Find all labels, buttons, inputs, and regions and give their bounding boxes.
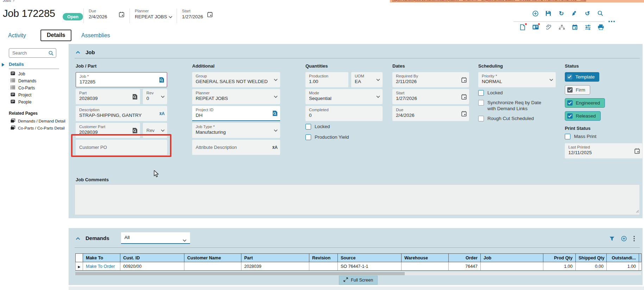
- checkbox-icon[interactable]: [305, 134, 311, 140]
- col-job[interactable]: Job: [481, 254, 543, 262]
- horizontal-scrollbar[interactable]: [75, 272, 641, 275]
- breadcrumb-jobs-link[interactable]: Jobs: [3, 0, 11, 2]
- col-revision[interactable]: Revision: [309, 254, 338, 262]
- resize-handle-icon[interactable]: [636, 208, 639, 214]
- scrollbar-thumb[interactable]: [75, 272, 405, 275]
- related-item-co-parts-detail[interactable]: Co-Parts / Co-Parts Detail: [11, 126, 65, 131]
- customer-name-cell[interactable]: [184, 262, 241, 271]
- chevron-down-icon[interactable]: [169, 13, 172, 20]
- job-type-field[interactable]: Job Type * Manufacturing: [192, 123, 280, 138]
- chevron-down-icon[interactable]: [376, 95, 380, 98]
- chevron-down-icon[interactable]: [274, 95, 278, 98]
- customer-rev-field[interactable]: Rev: [143, 123, 167, 138]
- job-field[interactable]: Job * 172285: [76, 72, 167, 87]
- sidebar-item-people[interactable]: People: [11, 100, 31, 105]
- synchronize-req-checkbox[interactable]: Synchronize Req by Date with Demand Link…: [478, 100, 549, 112]
- calendar-icon[interactable]: [461, 111, 467, 116]
- save-icon[interactable]: [545, 10, 551, 17]
- full-screen-button[interactable]: Full Screen: [339, 276, 378, 285]
- production-yield-checkbox[interactable]: Production Yield: [305, 134, 383, 140]
- adjust-icon[interactable]: [585, 24, 591, 30]
- due-date-header-field[interactable]: Due 2/4/2026: [83, 8, 124, 23]
- collapse-chevron-icon[interactable]: [76, 49, 80, 55]
- required-by-field[interactable]: Required By 2/11/2026: [392, 72, 469, 87]
- chevron-down-icon[interactable]: [161, 129, 165, 132]
- last-printed-field[interactable]: Last Printed 12/11/2025: [565, 143, 642, 158]
- lookup-icon[interactable]: [132, 128, 138, 133]
- translate-icon[interactable]: x̄A: [159, 111, 165, 116]
- collapse-chevron-icon[interactable]: [76, 235, 80, 241]
- rev-field[interactable]: Rev 0: [143, 89, 167, 104]
- translate-icon[interactable]: x̄A: [272, 145, 278, 150]
- chevron-down-icon[interactable]: [274, 129, 278, 132]
- checkbox-icon[interactable]: [565, 134, 570, 139]
- firm-toggle[interactable]: Firm: [565, 85, 590, 95]
- chevron-down-icon[interactable]: [376, 78, 380, 81]
- due-date-field[interactable]: Due 2/4/2026: [392, 106, 469, 121]
- mass-print-checkbox[interactable]: Mass Print: [565, 134, 642, 139]
- calendar-icon[interactable]: [461, 94, 467, 100]
- sidebar-item-demands[interactable]: Demands: [11, 78, 36, 83]
- chevron-down-icon[interactable]: [274, 78, 278, 81]
- lookup-icon[interactable]: [159, 77, 164, 83]
- make-to-order-link[interactable]: Make To Order: [86, 264, 115, 269]
- search-input[interactable]: [12, 50, 46, 56]
- checkbox-icon[interactable]: [478, 90, 484, 96]
- planner-header-field[interactable]: Planner REPEAT JOBS: [130, 8, 172, 23]
- breadcrumb[interactable]: Jobs ›: [3, 0, 14, 2]
- lookup-icon[interactable]: [272, 111, 278, 116]
- chevron-down-icon[interactable]: [161, 95, 165, 98]
- col-cust-id[interactable]: Cust. ID: [120, 254, 184, 262]
- part-field[interactable]: Part 2028039: [76, 89, 140, 104]
- sidebar-item-job[interactable]: Job: [11, 71, 25, 76]
- col-make-to[interactable]: Make To: [83, 254, 120, 262]
- add-icon[interactable]: [532, 10, 538, 17]
- released-toggle[interactable]: Released: [565, 111, 601, 121]
- mode-field[interactable]: Mode Sequential: [305, 89, 383, 104]
- job-comments-textarea[interactable]: [75, 184, 640, 215]
- completed-qty-field[interactable]: Completed 0: [305, 106, 383, 121]
- page-scrollbar-track[interactable]: [69, 286, 644, 290]
- engineered-toggle[interactable]: Engineered: [565, 98, 605, 108]
- attachments-icon[interactable]: [545, 24, 552, 30]
- hierarchy-icon[interactable]: [558, 24, 565, 30]
- col-order[interactable]: Order: [449, 254, 481, 262]
- customer-part-field[interactable]: Customer Part 2028039: [76, 123, 140, 138]
- calendar-icon[interactable]: [119, 12, 124, 19]
- template-toggle[interactable]: Template: [565, 72, 599, 82]
- uom-field[interactable]: UOM EA: [351, 72, 383, 87]
- checkbox-icon[interactable]: [478, 100, 484, 106]
- description-field[interactable]: Description STRAP-SHIPPING, GANTRY x̄A: [76, 106, 167, 121]
- lookup-icon[interactable]: [132, 94, 138, 100]
- refresh-icon[interactable]: ↻: [558, 10, 564, 17]
- start-date-header-field[interactable]: Start 1/27/2026: [177, 8, 213, 23]
- print-icon[interactable]: [598, 24, 604, 30]
- rough-cut-checkbox[interactable]: Rough Cut Scheduled: [478, 116, 556, 121]
- col-outstanding[interactable]: Outstandi...: [607, 254, 639, 262]
- kebab-menu-icon[interactable]: [633, 236, 635, 243]
- calendar-icon[interactable]: [207, 12, 213, 19]
- chevron-down-icon[interactable]: [549, 78, 553, 81]
- priority-field[interactable]: Priority * NORMAL: [478, 72, 556, 87]
- demands-filter-select[interactable]: All: [121, 232, 190, 244]
- group-field[interactable]: Group GENERAL SALES NOT WELDED: [192, 72, 280, 87]
- tab-details[interactable]: Details: [40, 30, 71, 41]
- overflow-icon[interactable]: [608, 21, 615, 22]
- checkbox-icon[interactable]: [478, 116, 484, 121]
- col-part[interactable]: Part: [241, 254, 309, 262]
- sidebar-search[interactable]: [9, 48, 56, 58]
- sidebar-item-project[interactable]: Project: [11, 93, 31, 97]
- add-row-icon[interactable]: [621, 236, 627, 243]
- attribute-description-field[interactable]: Attribute Description x̄A: [192, 140, 280, 155]
- search-icon[interactable]: [597, 10, 604, 17]
- calendar-icon[interactable]: [634, 148, 640, 154]
- table-row[interactable]: ▶ Make To Order 00920/00 2028039 SO 7644…: [76, 262, 642, 271]
- calendar-icon[interactable]: [572, 24, 578, 30]
- col-prod-qty[interactable]: Prod Qty: [543, 254, 576, 262]
- undo-icon[interactable]: ↺: [584, 10, 591, 17]
- col-warehouse[interactable]: Warehouse: [402, 254, 449, 262]
- checkbox-icon[interactable]: [305, 124, 311, 130]
- tab-activity[interactable]: Activity: [8, 32, 26, 39]
- locked-checkbox[interactable]: Locked: [305, 124, 383, 130]
- new-document-icon[interactable]: [519, 24, 526, 30]
